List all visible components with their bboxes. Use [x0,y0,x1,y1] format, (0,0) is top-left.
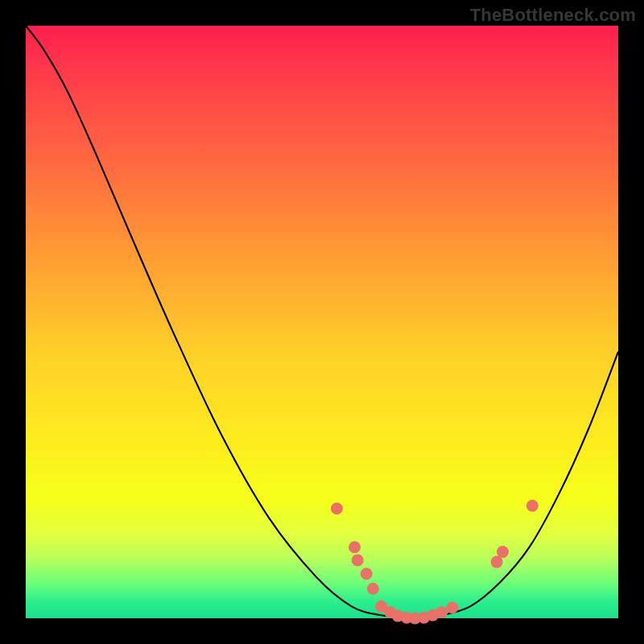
chart-frame: TheBottleneck.com [0,0,644,644]
plot-area [26,26,618,618]
curve-marker [497,546,509,558]
curve-marker [367,583,379,595]
bottleneck-curve-svg [26,26,618,618]
curve-marker [436,606,448,618]
curve-marker [361,568,373,580]
curve-marker [446,601,458,613]
attribution-label: TheBottleneck.com [470,5,636,26]
curve-marker [526,500,539,512]
curve-markers [331,500,539,625]
curve-marker [491,556,503,568]
curve-marker [352,554,364,566]
curve-marker [331,502,343,514]
curve-marker [349,541,361,553]
bottleneck-curve [26,26,618,618]
